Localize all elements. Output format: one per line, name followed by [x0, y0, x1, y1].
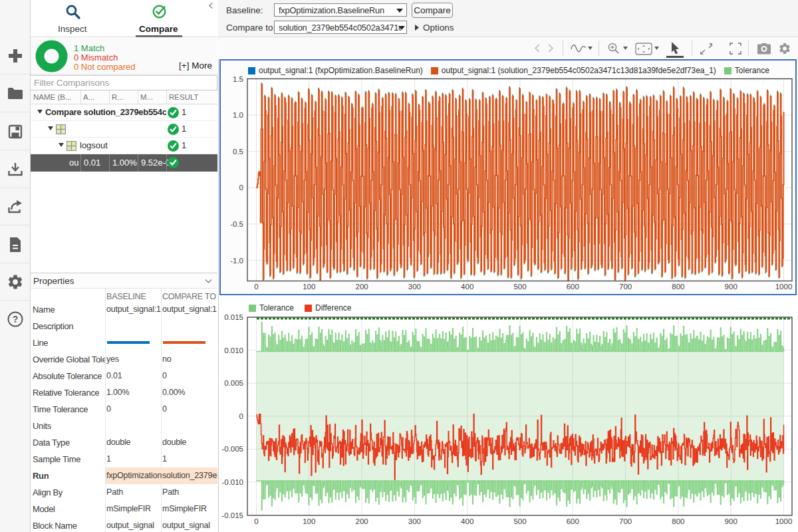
svg-text:0: 0	[239, 184, 243, 192]
svg-text:0.010: 0.010	[224, 346, 243, 354]
svg-text:800: 800	[672, 517, 684, 525]
svg-text:-0.010: -0.010	[221, 478, 243, 486]
svg-text:300: 300	[408, 283, 421, 291]
svg-text:400: 400	[461, 283, 473, 291]
svg-text:600: 600	[567, 283, 579, 291]
svg-text:0.015: 0.015	[224, 313, 243, 321]
svg-text:0: 0	[254, 283, 258, 291]
svg-text:0: 0	[254, 517, 258, 525]
svg-text:200: 200	[356, 283, 368, 291]
svg-text:1000: 1000	[775, 283, 793, 291]
svg-text:800: 800	[672, 283, 684, 291]
svg-text:100: 100	[303, 517, 315, 525]
svg-text:-0.5: -0.5	[230, 220, 243, 228]
svg-text:200: 200	[356, 517, 368, 525]
svg-text:?: ?	[12, 314, 18, 325]
svg-text:400: 400	[461, 517, 473, 525]
svg-text:0.005: 0.005	[224, 379, 243, 387]
svg-text:0.5: 0.5	[233, 148, 243, 156]
svg-text:900: 900	[725, 283, 737, 291]
svg-text:-1.0: -1.0	[230, 257, 243, 265]
svg-text:100: 100	[303, 283, 315, 291]
svg-text:0: 0	[239, 412, 243, 420]
svg-text:1.0: 1.0	[233, 111, 243, 119]
svg-text:900: 900	[725, 517, 737, 525]
svg-text:1.5: 1.5	[233, 75, 243, 83]
svg-text:300: 300	[408, 517, 421, 525]
svg-text:-0.005: -0.005	[221, 445, 243, 453]
svg-text:-0.015: -0.015	[221, 511, 243, 519]
svg-text:600: 600	[567, 517, 579, 525]
svg-text:700: 700	[619, 517, 632, 525]
svg-text:1000: 1000	[775, 517, 793, 525]
svg-text:500: 500	[513, 283, 526, 291]
svg-text:700: 700	[619, 283, 632, 291]
svg-text:500: 500	[513, 517, 526, 525]
